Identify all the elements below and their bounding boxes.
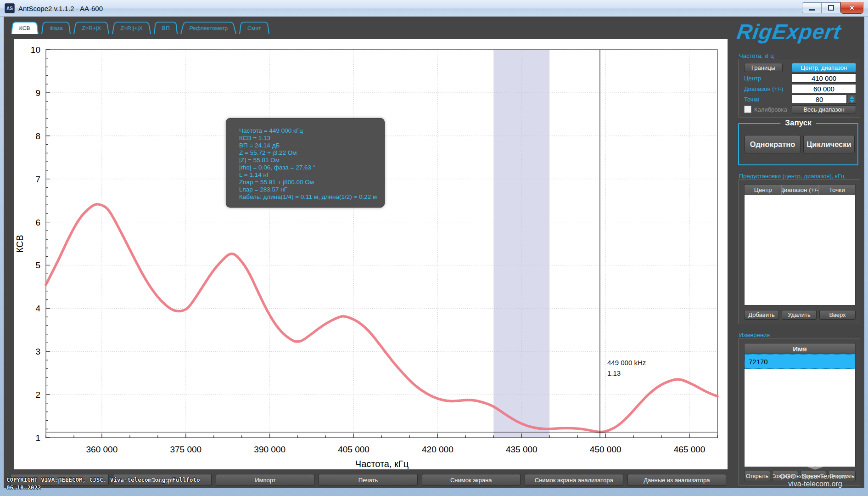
presets-label: Предустановки (центр, диапазон), кГц xyxy=(739,173,844,180)
clear-button[interactable]: Очистить xyxy=(828,471,856,481)
center-span-button[interactable]: Центр, диапазон xyxy=(792,63,856,72)
points-input[interactable] xyxy=(792,95,847,104)
full-range-button[interactable]: Весь диапазон xyxy=(792,105,856,113)
single-run-button[interactable]: Однократно xyxy=(745,135,801,153)
import-button[interactable]: Импорт xyxy=(216,474,314,486)
svg-text:1: 1 xyxy=(35,433,40,443)
save-button[interactable]: Сохранить xyxy=(772,471,798,481)
svg-text:435 000: 435 000 xyxy=(506,445,538,454)
tooltip-line: |rho| = 0.06, фаза = 27.63 ° xyxy=(239,164,380,171)
delete-measurement-button[interactable]: Удалить xyxy=(800,471,826,481)
tab-smith[interactable]: Смит xyxy=(239,22,269,34)
run-groupbox: Запуск Однократно Циклически xyxy=(738,123,858,165)
svg-text:465 000: 465 000 xyxy=(674,445,706,454)
frequency-groupbox: Границы Центр, диапазон Центр Диапазон (… xyxy=(738,59,860,118)
chart-panel: 360 000375 000390 000405 000420 000435 0… xyxy=(14,39,728,469)
svg-text:8: 8 xyxy=(35,131,40,141)
svg-text:5: 5 xyxy=(35,260,40,270)
tooltip-line: Zпар = 55.91 + j800.00 Ом xyxy=(239,179,380,186)
tab-swr[interactable]: КСВ xyxy=(11,22,39,34)
print-button[interactable]: Печать xyxy=(319,474,417,486)
tooltip-line: ВП = 24.14 дБ xyxy=(239,142,380,149)
tab-phase[interactable]: Фаза xyxy=(41,22,71,34)
calibration-label: Калибровка xyxy=(754,106,787,113)
svg-text:Частота, кГц: Частота, кГц xyxy=(355,459,409,469)
cyclic-run-button[interactable]: Циклически xyxy=(803,135,855,153)
measurements-groupbox: Имя 72170 Открыть Сохранить Удалить Очис… xyxy=(738,338,860,486)
points-spinner[interactable] xyxy=(848,95,856,104)
screenshot-button[interactable]: Снимок экрана xyxy=(422,474,521,486)
span-input[interactable] xyxy=(792,84,856,93)
app-window: AS AntScope2 v.1.1.2 - AA-600 ✕ КСВ Фаза… xyxy=(0,0,868,496)
points-label: Точки xyxy=(744,96,760,103)
minimize-icon xyxy=(809,9,815,11)
svg-text:7: 7 xyxy=(35,175,40,184)
tooltip-line: Кабель: длина(1/4) = 0.11 м, длина(1/2) … xyxy=(239,193,380,201)
spinner-down-icon[interactable] xyxy=(850,100,854,103)
svg-text:420 000: 420 000 xyxy=(422,445,454,454)
app-content: КСВ Фаза Z=R+jX Z=R||+jX ВП Рефлектометр… xyxy=(4,17,864,488)
swr-chart[interactable]: 360 000375 000390 000405 000420 000435 0… xyxy=(14,39,728,469)
open-button[interactable]: Открыть xyxy=(744,471,770,481)
measurements-header-name[interactable]: Имя xyxy=(745,344,855,354)
bounds-button[interactable]: Границы xyxy=(744,63,783,72)
svg-text:КСВ: КСВ xyxy=(15,235,25,253)
minimize-button[interactable] xyxy=(802,2,821,13)
presets-groupbox: Центр Диапазон (+/-) Точки Добавить Удал… xyxy=(738,179,860,324)
tab-reflectometer[interactable]: Рефлектометр xyxy=(180,22,236,34)
rigexpert-logo: RigExpert xyxy=(735,19,843,44)
measurements-header: Имя xyxy=(744,343,856,354)
tooltip-line: Частота = 449 000 кГц xyxy=(239,127,380,135)
tooltip-line: Lпар = 283.57 нГ xyxy=(239,186,380,193)
tooltip-line: L = 1.14 нГ xyxy=(239,171,380,179)
svg-text:375 000: 375 000 xyxy=(170,445,202,454)
svg-text:2: 2 xyxy=(35,390,40,400)
svg-text:6: 6 xyxy=(35,218,40,227)
delete-preset-button[interactable]: Удалить xyxy=(782,310,817,320)
tab-return-loss[interactable]: ВП xyxy=(154,22,178,34)
add-preset-button[interactable]: Добавить xyxy=(744,310,779,320)
analyzer-data-button[interactable]: Данные из анализатора xyxy=(627,474,726,486)
presets-header-span[interactable]: Диапазон (+/-) xyxy=(782,185,818,195)
tooltip-line: КСВ = 1.13 xyxy=(239,135,380,142)
measurements-label: Измерения xyxy=(739,332,770,338)
svg-text:449 000 kHz: 449 000 kHz xyxy=(607,359,646,366)
maximize-button[interactable] xyxy=(821,2,840,13)
svg-text:405 000: 405 000 xyxy=(338,445,370,454)
measurement-row[interactable]: 72170 xyxy=(745,354,855,369)
center-label: Центр xyxy=(744,75,761,82)
maximize-icon xyxy=(828,5,834,11)
close-icon: ✕ xyxy=(850,5,855,11)
presets-header-center[interactable]: Центр xyxy=(745,185,782,195)
frequency-units-label: Частота, кГц xyxy=(739,52,774,59)
tab-z-series[interactable]: Z=R+jX xyxy=(73,22,109,34)
presets-body[interactable] xyxy=(744,195,856,305)
tab-z-parallel[interactable]: Z=R||+jX xyxy=(112,22,151,34)
calibration-checkbox[interactable] xyxy=(744,106,751,113)
svg-text:360 000: 360 000 xyxy=(86,445,118,454)
measurements-body[interactable]: 72170 xyxy=(744,354,856,467)
analyzer-screenshot-button[interactable]: Снимок экрана анализатора xyxy=(525,474,623,486)
tab-strip: КСВ Фаза Z=R+jX Z=R||+jX ВП Рефлектометр… xyxy=(11,20,269,34)
watermark-copyright: COPYRIGHT VIVA-TELECOM, CJSC. Viva-telec… xyxy=(6,476,200,491)
svg-text:9: 9 xyxy=(35,88,40,98)
window-titlebar[interactable]: AS AntScope2 v.1.1.2 - AA-600 ✕ xyxy=(0,0,868,17)
move-up-button[interactable]: Вверх xyxy=(819,310,856,320)
presets-header-points[interactable]: Точки xyxy=(819,185,855,195)
svg-text:4: 4 xyxy=(35,304,40,313)
close-button[interactable]: ✕ xyxy=(840,2,863,14)
presets-header: Центр Диапазон (+/-) Точки xyxy=(744,184,856,195)
app-icon: AS xyxy=(5,3,15,13)
center-input[interactable] xyxy=(792,73,856,83)
window-title: AntScope2 v.1.1.2 - AA-600 xyxy=(18,5,103,12)
svg-text:450 000: 450 000 xyxy=(590,445,622,454)
svg-text:10: 10 xyxy=(31,45,40,55)
cursor-tooltip: Частота = 449 000 кГц КСВ = 1.13 ВП = 24… xyxy=(226,118,385,208)
svg-text:3: 3 xyxy=(35,347,40,356)
tooltip-line: Z = 55.72 + j3.22 Ом xyxy=(239,149,380,157)
svg-text:1.13: 1.13 xyxy=(607,369,621,377)
right-panel: RigExpert Частота, кГц Границы Центр, ди… xyxy=(734,17,860,488)
run-title: Запуск xyxy=(780,118,816,128)
svg-text:390 000: 390 000 xyxy=(254,445,286,454)
spinner-up-icon[interactable] xyxy=(850,96,854,99)
